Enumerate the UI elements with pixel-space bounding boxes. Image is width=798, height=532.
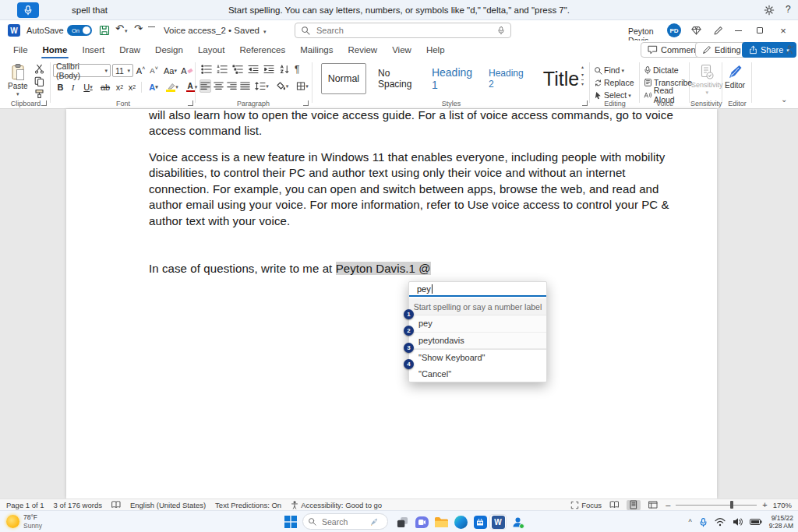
taskbar-chevron-up-icon[interactable]: ^ [689, 518, 692, 526]
sort-button[interactable] [279, 65, 290, 74]
shading-button[interactable]: ▾ [273, 79, 291, 93]
number-label-4[interactable]: 4 [404, 359, 414, 369]
tab-layout[interactable]: Layout [196, 41, 227, 59]
style-heading-2[interactable]: Heading 2 [484, 63, 532, 94]
suggestion-item-3[interactable]: "Show Keyboard" [409, 349, 546, 366]
microsoft-store-icon[interactable] [471, 514, 489, 530]
font-dialog-launcher[interactable] [188, 100, 193, 106]
cut-icon[interactable] [34, 64, 44, 74]
dictate-button[interactable]: Dictate [644, 64, 679, 76]
text-effects-button[interactable]: A▾ [145, 80, 162, 93]
close-button[interactable]: × [776, 23, 790, 37]
tab-mailings[interactable]: Mailings [298, 41, 334, 59]
shrink-font-button[interactable]: A˅ [148, 64, 160, 77]
page-indicator[interactable]: Page 1 of 1 [6, 501, 44, 509]
volume-icon[interactable] [733, 517, 743, 527]
clear-formatting-button[interactable]: A [181, 64, 192, 77]
zoom-out-button[interactable]: – [666, 500, 670, 509]
subscript-button[interactable]: x2 [114, 80, 125, 93]
decrease-indent-button[interactable] [248, 65, 259, 74]
tab-review[interactable]: Review [346, 41, 379, 59]
styles-more-icon[interactable]: ▾ [581, 79, 584, 86]
zoom-slider[interactable] [676, 505, 757, 506]
show-paragraph-marks-button[interactable]: ¶ [295, 65, 299, 74]
focus-button[interactable]: Focus [570, 501, 602, 509]
text-predictions-indicator[interactable]: Text Predictions: On [215, 501, 281, 509]
tab-design[interactable]: Design [154, 41, 185, 59]
web-layout-button[interactable] [646, 500, 660, 510]
zoom-slider-thumb[interactable] [730, 501, 733, 509]
people-icon[interactable] [509, 514, 526, 530]
bullets-button[interactable] [201, 65, 212, 74]
clipboard-dialog-launcher[interactable] [41, 100, 47, 106]
voice-help-icon[interactable]: ? [786, 4, 791, 15]
tab-view[interactable]: View [390, 41, 413, 59]
styles-scroll-down-icon[interactable]: ▾ [581, 72, 584, 77]
presenter-icon[interactable] [784, 44, 795, 55]
maximize-button[interactable] [753, 23, 767, 37]
font-size-combo[interactable]: 11 ▾ [112, 64, 133, 77]
accessibility-indicator[interactable]: Accessibility: Good to go [291, 501, 382, 509]
file-explorer-icon[interactable] [433, 514, 450, 530]
change-case-button[interactable]: Aa▾ [161, 64, 179, 77]
style-title[interactable]: Title [539, 63, 583, 94]
selected-text[interactable]: Peyton Davis.1 @ [336, 262, 431, 275]
style-normal[interactable]: Normal [321, 63, 366, 94]
edge-icon[interactable] [452, 514, 469, 530]
replace-button[interactable]: Replace [594, 76, 634, 89]
styles-scroll-up-icon[interactable]: ▴ [581, 64, 584, 69]
style-heading-1[interactable]: Heading 1 [427, 63, 477, 94]
number-label-1[interactable]: 1 [404, 309, 414, 319]
voice-settings-gear-icon[interactable] [764, 5, 775, 16]
increase-indent-button[interactable] [263, 65, 274, 74]
spelling-input[interactable]: pey [409, 282, 546, 297]
styles-dialog-launcher[interactable] [582, 100, 588, 106]
word-app-icon[interactable]: W [8, 24, 20, 37]
align-center-button[interactable] [213, 79, 224, 93]
number-label-3[interactable]: 3 [404, 343, 414, 353]
save-icon[interactable] [99, 25, 110, 36]
tab-draw[interactable]: Draw [118, 41, 142, 59]
weather-widget[interactable]: 78°F Sunny [23, 513, 42, 530]
weather-sun-icon[interactable] [6, 515, 19, 528]
collapse-ribbon-icon[interactable]: ⌄ [781, 95, 787, 104]
tab-references[interactable]: References [238, 41, 287, 59]
align-right-button[interactable] [226, 79, 238, 93]
word-taskbar-icon[interactable]: W [489, 514, 507, 530]
multilevel-list-button[interactable] [232, 65, 243, 74]
align-left-button[interactable] [200, 79, 211, 93]
print-layout-button[interactable] [627, 500, 641, 510]
justify-button[interactable] [239, 79, 251, 93]
suggestion-item-1[interactable]: pey [409, 315, 546, 333]
quick-access-overflow-icon[interactable] [148, 26, 155, 27]
chat-icon[interactable] [413, 514, 430, 530]
numbering-button[interactable] [217, 65, 228, 74]
copy-icon[interactable] [34, 76, 44, 86]
tab-file[interactable]: File [12, 41, 30, 59]
redo-icon[interactable]: ↷ [134, 23, 143, 34]
read-mode-button[interactable] [607, 500, 621, 510]
voice-access-tray-mic-icon[interactable] [699, 517, 708, 527]
premium-diamond-icon[interactable] [689, 23, 703, 37]
grow-font-button[interactable]: A˄ [135, 64, 147, 77]
suggestion-item-2[interactable]: peytondavis [409, 333, 546, 350]
find-button[interactable]: Find▾ [594, 64, 624, 76]
borders-button[interactable]: ▾ [293, 79, 312, 93]
taskbar-search-input[interactable] [320, 516, 365, 527]
avatar[interactable]: PD [667, 23, 681, 37]
font-name-combo[interactable]: Calibri (Body) ▾ [53, 64, 111, 77]
zoom-level[interactable]: 170% [773, 501, 792, 509]
language-indicator[interactable]: English (United States) [130, 501, 206, 509]
battery-icon[interactable] [750, 517, 762, 527]
strikethrough-button[interactable]: ab [97, 80, 113, 93]
app-search-input[interactable] [315, 25, 497, 36]
format-painter-icon[interactable] [34, 89, 44, 99]
draw-pen-icon[interactable] [711, 23, 725, 37]
wifi-icon[interactable] [715, 517, 726, 527]
paragraph-dialog-launcher[interactable] [303, 100, 309, 106]
editor-button[interactable]: Editor [725, 64, 745, 90]
zoom-in-button[interactable]: + [762, 500, 767, 509]
app-search-box[interactable] [295, 23, 511, 38]
tab-help[interactable]: Help [425, 41, 447, 59]
task-view-button[interactable] [394, 514, 411, 530]
